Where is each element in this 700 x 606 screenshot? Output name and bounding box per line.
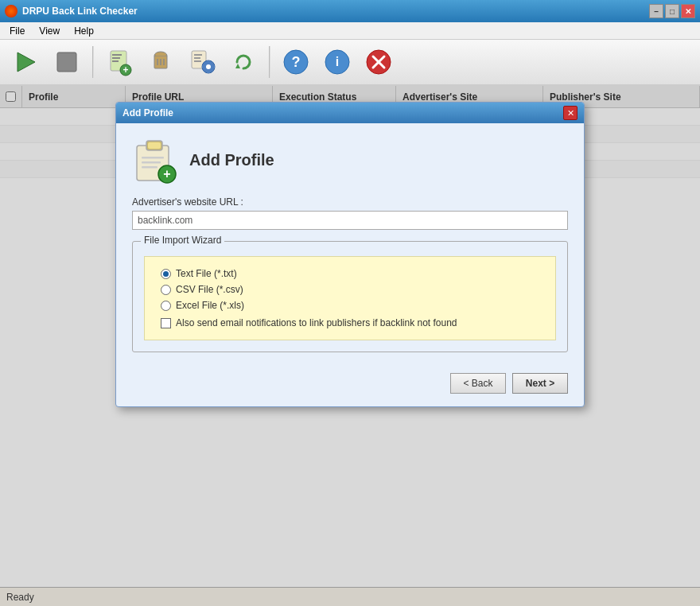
text-file-radio[interactable]: [161, 269, 171, 279]
add-profile-button[interactable]: +: [100, 43, 138, 81]
app-icon: [5, 5, 18, 17]
toolbar-close-icon: [364, 48, 393, 76]
svg-rect-23: [212, 65, 215, 68]
clipboard-svg: +: [132, 136, 177, 184]
svg-rect-5: [112, 60, 119, 62]
svg-marker-24: [235, 64, 240, 68]
email-notification-checkbox[interactable]: [161, 318, 171, 328]
options-area: Text File (*.txt) CSV File (*.csv) Excel…: [144, 256, 556, 340]
excel-file-label: Excel File (*.xls): [176, 300, 244, 311]
email-notification-label: Also send email notifications to link pu…: [176, 317, 457, 328]
svg-rect-21: [207, 71, 210, 73]
dialog-footer: < Back Next >: [116, 365, 584, 406]
settings-button[interactable]: [183, 43, 221, 81]
title-bar-left: DRPU Back Link Checker: [5, 5, 138, 17]
dialog-body: + Add Profile Advertiser's website URL :…: [116, 123, 584, 365]
add-profile-icon: +: [105, 48, 134, 76]
text-file-option[interactable]: Text File (*.txt): [161, 268, 539, 279]
dialog-title: Add Profile: [122, 107, 173, 118]
menu-file[interactable]: File: [3, 24, 31, 38]
help-button[interactable]: ?: [277, 43, 315, 81]
url-input[interactable]: [132, 211, 568, 230]
next-button[interactable]: Next >: [512, 373, 568, 394]
svg-rect-22: [202, 65, 204, 68]
delete-icon: [146, 48, 175, 76]
menu-help[interactable]: Help: [68, 24, 100, 38]
svg-text:+: +: [163, 167, 170, 181]
svg-rect-20: [207, 60, 210, 63]
start-button[interactable]: [6, 43, 45, 81]
minimize-button[interactable]: –: [649, 4, 663, 18]
svg-rect-17: [194, 60, 201, 62]
svg-rect-36: [142, 161, 161, 164]
dialog-header-title: Add Profile: [189, 151, 274, 169]
clipboard-icon: +: [132, 136, 177, 184]
window-close-button[interactable]: ✕: [681, 4, 695, 18]
file-import-legend: File Import Wizard: [141, 235, 224, 246]
dialog-header: + Add Profile: [132, 136, 568, 184]
svg-text:+: +: [122, 64, 128, 76]
svg-rect-13: [156, 53, 165, 56]
refresh-button[interactable]: [224, 43, 262, 81]
excel-file-option[interactable]: Excel File (*.xls): [161, 300, 539, 311]
svg-rect-35: [142, 157, 164, 159]
text-file-label: Text File (*.txt): [176, 268, 237, 279]
status-bar: Ready: [0, 587, 700, 606]
menu-bar: File View Help: [0, 22, 700, 40]
restore-button[interactable]: □: [665, 4, 679, 18]
svg-rect-1: [57, 52, 76, 72]
help-icon: ?: [282, 48, 310, 76]
stop-button[interactable]: [48, 43, 86, 81]
add-profile-dialog: Add Profile ✕: [115, 102, 585, 407]
email-notification-option[interactable]: Also send email notifications to link pu…: [161, 317, 539, 328]
dialog-close-button[interactable]: ✕: [563, 106, 578, 120]
svg-rect-3: [112, 54, 122, 56]
menu-view[interactable]: View: [33, 24, 66, 38]
toolbar-separator-1: [92, 46, 94, 78]
status-text: Ready: [6, 592, 34, 603]
title-bar-controls[interactable]: – □ ✕: [649, 4, 695, 18]
svg-rect-16: [194, 57, 200, 59]
svg-rect-34: [148, 142, 161, 149]
csv-file-label: CSV File (*.csv): [176, 284, 243, 295]
csv-file-option[interactable]: CSV File (*.csv): [161, 284, 539, 295]
delete-button[interactable]: [142, 43, 180, 81]
svg-text:?: ?: [292, 54, 301, 70]
dialog-title-bar: Add Profile ✕: [116, 103, 584, 123]
settings-icon: [188, 48, 216, 76]
svg-text:i: i: [336, 55, 339, 68]
svg-marker-0: [18, 52, 35, 72]
toolbar-close-button[interactable]: [360, 43, 398, 81]
main-area: Profile Profile URL Execution Status Adv…: [0, 86, 700, 587]
file-import-wizard: File Import Wizard Text File (*.txt) CSV…: [132, 241, 568, 352]
info-button[interactable]: i: [318, 43, 356, 81]
start-icon: [11, 48, 40, 76]
title-bar: DRPU Back Link Checker – □ ✕: [0, 0, 700, 22]
stop-icon: [52, 48, 81, 76]
svg-point-19: [206, 64, 211, 69]
back-button[interactable]: < Back: [450, 373, 506, 394]
svg-rect-15: [194, 54, 202, 56]
svg-rect-37: [142, 166, 158, 169]
url-label: Advertiser's website URL :: [132, 196, 568, 208]
csv-file-radio[interactable]: [161, 285, 171, 295]
modal-overlay: Add Profile ✕: [0, 86, 700, 587]
refresh-icon: [229, 48, 258, 76]
info-icon: i: [323, 48, 352, 76]
excel-file-radio[interactable]: [161, 301, 171, 311]
toolbar: +: [0, 40, 700, 86]
svg-rect-4: [112, 57, 120, 59]
window-title: DRPU Back Link Checker: [22, 6, 138, 17]
toolbar-separator-2: [269, 46, 270, 78]
